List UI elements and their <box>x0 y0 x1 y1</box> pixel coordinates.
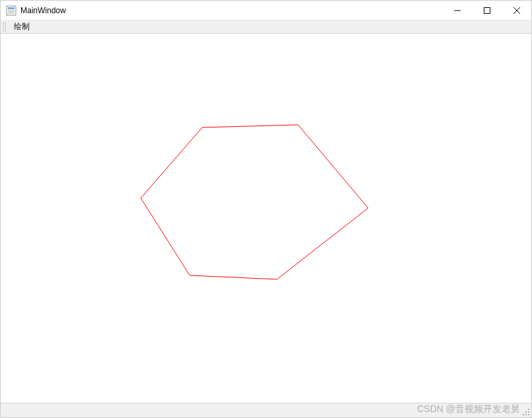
menubar: 绘制 <box>1 20 531 34</box>
svg-point-8 <box>525 411 527 413</box>
resize-grip-icon[interactable] <box>521 407 530 416</box>
titlebar[interactable]: MainWindow <box>1 1 531 20</box>
hexagon-shape <box>141 125 368 279</box>
svg-point-12 <box>528 414 529 415</box>
maximize-button[interactable] <box>472 1 502 20</box>
window-controls <box>442 1 531 20</box>
svg-rect-1 <box>8 7 15 9</box>
drawing-canvas <box>1 34 531 403</box>
svg-rect-4 <box>484 7 490 13</box>
svg-point-10 <box>523 414 524 415</box>
canvas-area[interactable] <box>1 34 531 403</box>
menu-item-draw[interactable]: 绘制 <box>9 20 35 33</box>
window-title: MainWindow <box>20 6 442 15</box>
toolbar-grip-icon[interactable] <box>3 22 6 32</box>
minimize-button[interactable] <box>442 1 472 20</box>
app-icon <box>6 5 17 16</box>
statusbar <box>1 403 531 417</box>
svg-point-7 <box>528 409 529 410</box>
svg-rect-2 <box>8 10 15 14</box>
svg-point-9 <box>528 411 529 413</box>
close-button[interactable] <box>502 1 531 20</box>
svg-point-11 <box>525 414 527 415</box>
main-window: MainWindow 绘制 <box>0 0 532 418</box>
